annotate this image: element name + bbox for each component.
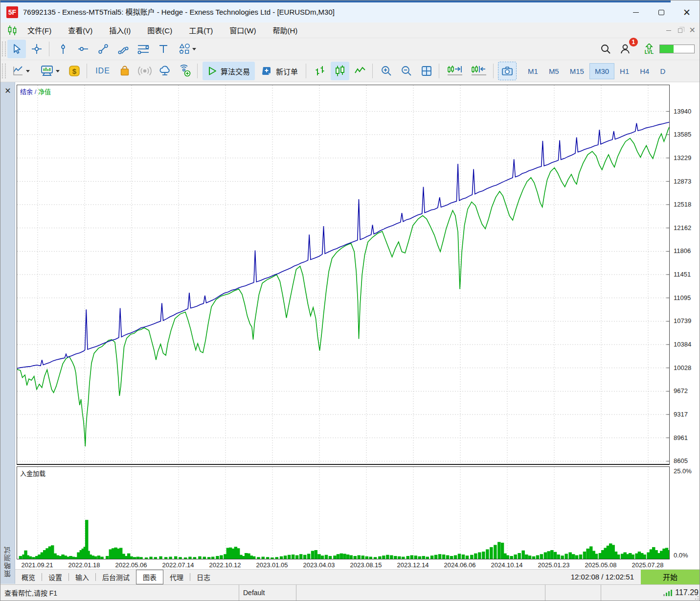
timeframe-d1[interactable]: D bbox=[655, 63, 671, 79]
search-button[interactable] bbox=[596, 40, 615, 58]
user-account-button[interactable]: 1 bbox=[616, 40, 635, 58]
tab-overview[interactable]: 概览 bbox=[15, 570, 42, 584]
menu-insert[interactable]: 插入(I) bbox=[102, 25, 138, 35]
price-axis-label: 13585 bbox=[674, 131, 691, 138]
toolbar-separator bbox=[197, 64, 198, 78]
toolbar-grip[interactable] bbox=[2, 64, 6, 78]
status-connection[interactable]: 117.29 bbox=[601, 585, 700, 601]
tab-backtest[interactable]: 后台测试 bbox=[96, 570, 136, 584]
child-close-button[interactable]: ✕ bbox=[689, 26, 696, 34]
time-axis-label: 2021.09.21 bbox=[21, 561, 53, 569]
shapes-button[interactable] bbox=[174, 40, 200, 58]
timeframe-m1[interactable]: M1 bbox=[522, 63, 543, 79]
chevron-down-icon bbox=[56, 70, 60, 72]
horizontal-line-button[interactable] bbox=[74, 40, 92, 58]
notification-badge: 1 bbox=[629, 38, 638, 46]
bars-style-button[interactable] bbox=[311, 62, 329, 80]
timeframe-h1[interactable]: H1 bbox=[614, 63, 634, 79]
timeframe-m30[interactable]: M30 bbox=[589, 63, 614, 79]
resize-grip[interactable] bbox=[693, 594, 699, 600]
menu-file[interactable]: 文件(F) bbox=[20, 25, 59, 35]
shift-end-icon bbox=[446, 65, 464, 77]
price-axis-label: 11451 bbox=[674, 271, 691, 278]
tab-journal[interactable]: 日志 bbox=[190, 570, 217, 584]
tester-tab-bar: 概览 设置 输入 后台测试 图表 代理 日志 12:02:08 / 12:02:… bbox=[15, 569, 700, 584]
cursor-button[interactable] bbox=[7, 40, 26, 58]
price-axis-label: 12162 bbox=[674, 224, 691, 231]
copy-trading-button[interactable] bbox=[176, 62, 194, 80]
shapes-icon bbox=[178, 43, 191, 55]
child-restore-button[interactable] bbox=[678, 28, 682, 33]
percent-axis-label: 25.0% bbox=[674, 467, 692, 475]
close-button[interactable]: ✕ bbox=[674, 2, 700, 23]
screenshot-button[interactable] bbox=[498, 62, 517, 80]
market-store-button[interactable] bbox=[115, 62, 134, 80]
maximize-button[interactable] bbox=[649, 2, 674, 23]
timeframe-m15[interactable]: M15 bbox=[565, 63, 589, 79]
status-section bbox=[296, 585, 545, 601]
legend-balance: 结余 bbox=[20, 88, 33, 95]
time-axis-label: 2024.06.06 bbox=[444, 561, 475, 569]
toolbar-separator bbox=[306, 64, 306, 78]
zoom-in-button[interactable] bbox=[377, 62, 396, 80]
status-section bbox=[545, 585, 601, 601]
tab-inputs[interactable]: 输入 bbox=[69, 570, 95, 584]
zoom-out-button[interactable] bbox=[397, 62, 416, 80]
close-tester-button[interactable]: ✕ bbox=[0, 86, 15, 97]
market-watch-button[interactable] bbox=[35, 62, 64, 80]
ide-label: IDE bbox=[95, 67, 110, 75]
timeframe-m5[interactable]: M5 bbox=[543, 63, 565, 79]
price-axis-label: 13940 bbox=[674, 107, 691, 115]
vertical-line-button[interactable] bbox=[54, 40, 72, 58]
trendline-button[interactable] bbox=[94, 40, 113, 58]
auto-scroll-icon bbox=[470, 65, 488, 77]
crosshair-icon bbox=[30, 43, 43, 55]
menu-view[interactable]: 查看(V) bbox=[61, 25, 100, 35]
menu-help[interactable]: 帮助(H) bbox=[265, 25, 305, 35]
start-button[interactable]: 开始 bbox=[641, 570, 700, 584]
cloud-icon bbox=[158, 65, 172, 77]
chart-style-button[interactable] bbox=[7, 62, 34, 80]
text-tool-icon bbox=[157, 43, 170, 55]
cloud-button[interactable] bbox=[156, 62, 174, 80]
minimize-icon bbox=[633, 12, 639, 13]
new-order-button[interactable]: 新订单 bbox=[257, 62, 303, 80]
price-axis-label: 10028 bbox=[674, 364, 691, 371]
candles-style-button[interactable] bbox=[331, 62, 349, 80]
signals-button[interactable] bbox=[135, 62, 154, 80]
channel-button[interactable] bbox=[114, 40, 133, 58]
menu-charts[interactable]: 图表(C) bbox=[140, 25, 180, 35]
status-profile[interactable]: Default bbox=[239, 585, 296, 601]
vertical-line-icon bbox=[57, 43, 69, 55]
menu-window[interactable]: 窗口(W) bbox=[222, 25, 263, 35]
child-minimize-button[interactable] bbox=[666, 30, 671, 31]
timeframe-h4[interactable]: H4 bbox=[634, 63, 655, 79]
play-icon bbox=[207, 66, 217, 76]
chart-candles-icon bbox=[6, 25, 18, 36]
balance-equity-chart[interactable]: 结余 / 净值 bbox=[17, 85, 670, 465]
line-style-button[interactable] bbox=[351, 62, 369, 80]
text-tool-button[interactable] bbox=[154, 40, 173, 58]
crosshair-button[interactable] bbox=[27, 40, 46, 58]
deposit-button[interactable]: $ bbox=[65, 62, 84, 80]
shopping-bag-icon bbox=[118, 65, 131, 77]
auto-scroll-button[interactable] bbox=[468, 62, 490, 80]
tab-chart[interactable]: 图表 bbox=[136, 570, 163, 584]
fibonacci-button[interactable] bbox=[134, 40, 153, 58]
algo-trading-button[interactable]: 算法交易 bbox=[203, 62, 255, 80]
time-axis-label: 2025.07.28 bbox=[632, 561, 663, 569]
deposit-load-chart[interactable]: 入金加载 bbox=[17, 466, 670, 559]
tab-settings[interactable]: 设置 bbox=[42, 570, 68, 584]
ide-button[interactable]: IDE bbox=[91, 62, 114, 80]
tab-agents[interactable]: 代理 bbox=[163, 570, 190, 584]
cursor-icon bbox=[10, 43, 23, 55]
shift-end-button[interactable] bbox=[444, 62, 466, 80]
toolbar-grip[interactable] bbox=[2, 42, 6, 56]
level-button[interactable]: LVL bbox=[645, 44, 654, 55]
tile-windows-button[interactable] bbox=[417, 62, 436, 80]
minimize-button[interactable] bbox=[623, 2, 649, 23]
market-watch-icon bbox=[40, 65, 54, 77]
time-axis-label: 2025.05.08 bbox=[585, 561, 616, 569]
menu-tools[interactable]: 工具(T) bbox=[181, 25, 220, 35]
camera-icon bbox=[501, 65, 514, 77]
